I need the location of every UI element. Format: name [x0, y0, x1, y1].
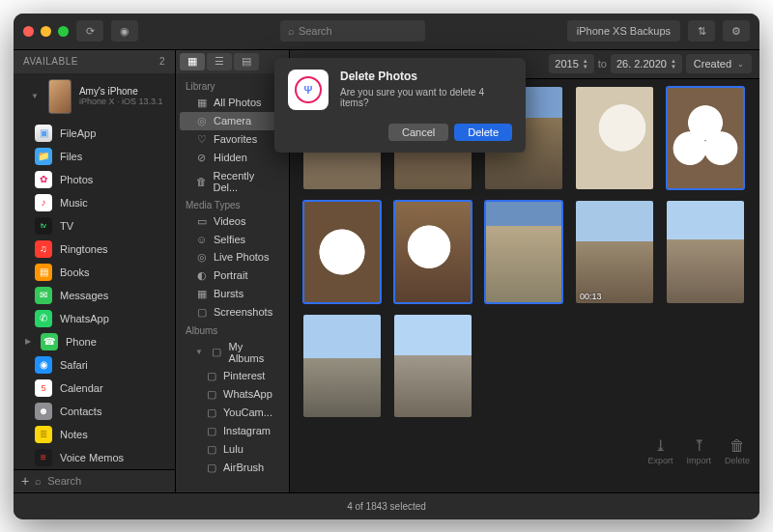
- photo-thumbnail[interactable]: [394, 315, 472, 417]
- library-item-screenshots[interactable]: ▢Screenshots: [180, 303, 285, 322]
- minimize-window-button[interactable]: [41, 26, 51, 37]
- library-item-instagram[interactable]: ▢Instagram: [180, 422, 285, 440]
- item-label: Camera: [214, 115, 251, 126]
- library-item-hidden[interactable]: ⊘Hidden: [180, 149, 285, 167]
- files-icon: 📁: [35, 148, 52, 165]
- library-item-recently-del-[interactable]: 🗑Recently Del...: [180, 167, 285, 196]
- photo-thumbnail[interactable]: [667, 87, 744, 189]
- photo-thumbnail[interactable]: [667, 201, 744, 303]
- photo-thumbnail[interactable]: [576, 87, 653, 189]
- view-list-button[interactable]: ☰: [207, 53, 232, 70]
- import-button[interactable]: ⤒Import: [686, 438, 711, 465]
- library-item-live-photos[interactable]: ◎Live Photos: [180, 248, 285, 266]
- sidebar-item-messages[interactable]: ✉Messages: [14, 284, 175, 307]
- dialog-delete-button[interactable]: Delete: [454, 124, 512, 141]
- window-controls: [23, 26, 69, 37]
- sidebar-item-ringtones[interactable]: ♫Ringtones: [14, 238, 175, 261]
- delete-dialog: Ψ Delete Photos Are you sure you want to…: [274, 58, 526, 153]
- view-detail-button[interactable]: ▤: [234, 53, 259, 70]
- export-label: Export: [647, 456, 673, 465]
- item-icon: 🗑: [195, 176, 207, 187]
- close-window-button[interactable]: [23, 26, 34, 37]
- music-icon: ♪: [35, 194, 52, 211]
- date-to-value: 26. 2.2020: [616, 58, 667, 70]
- preview-button[interactable]: ◉: [111, 20, 138, 42]
- sidebar-item-safari[interactable]: ◉Safari: [14, 353, 175, 377]
- photo-thumbnail[interactable]: [303, 315, 381, 417]
- device-thumbnail: [48, 79, 72, 114]
- item-icon: ♡: [195, 133, 208, 146]
- sidebar-item-label: Phone: [66, 336, 97, 348]
- sidebar-item-tv[interactable]: tvTV: [14, 214, 175, 238]
- sidebar-search-input[interactable]: Search: [47, 475, 167, 487]
- library-item-camera[interactable]: ◎Camera: [180, 112, 285, 130]
- item-icon: ◎: [195, 115, 208, 127]
- library-item-pinterest[interactable]: ▢Pinterest: [180, 367, 285, 385]
- zoom-window-button[interactable]: [58, 26, 69, 37]
- photo-thumbnail[interactable]: 00:13: [576, 201, 653, 303]
- sort-label: Created: [694, 58, 731, 70]
- sort-dropdown[interactable]: Created ⌄: [686, 54, 752, 73]
- sidebar-item-phone[interactable]: ▶☎Phone: [14, 330, 175, 353]
- library-item-favorites[interactable]: ♡Favorites: [180, 130, 285, 149]
- sidebar-item-fileapp[interactable]: ▣FileApp: [14, 122, 175, 145]
- library-item-youcam-[interactable]: ▢YouCam...: [180, 404, 285, 422]
- delete-button[interactable]: 🗑Delete: [725, 438, 750, 465]
- albums-expand-caret[interactable]: ▼: [195, 348, 203, 356]
- device-expand-caret[interactable]: ▼: [31, 92, 39, 100]
- item-icon: ▦: [195, 97, 208, 109]
- stepper-icon[interactable]: ▲▼: [583, 58, 588, 70]
- item-label: Videos: [214, 215, 245, 227]
- sidebar-item-photos[interactable]: ✿Photos: [14, 168, 175, 191]
- item-icon: ◐: [195, 269, 208, 282]
- export-icon: ⤓: [654, 438, 667, 454]
- notes-icon: ≣: [35, 426, 52, 443]
- item-icon: ▢: [205, 388, 217, 401]
- sidebar-item-files[interactable]: 📁Files: [14, 145, 175, 168]
- dialog-cancel-button[interactable]: Cancel: [388, 124, 448, 141]
- view-grid-button[interactable]: ▦: [180, 53, 205, 70]
- item-label: Favorites: [214, 133, 257, 145]
- library-item-all-photos[interactable]: ▦All Photos: [180, 94, 285, 112]
- library-item-selfies[interactable]: ☺Selfies: [180, 231, 285, 248]
- date-to-field[interactable]: 26. 2.2020 ▲▼: [611, 54, 682, 73]
- sidebar-item-notes[interactable]: ≣Notes: [14, 423, 175, 446]
- sidebar-item-music[interactable]: ♪Music: [14, 191, 175, 214]
- settings-button[interactable]: ⚙: [723, 20, 750, 42]
- sidebar-item-contacts[interactable]: ☻Contacts: [14, 400, 175, 423]
- stepper-icon[interactable]: ▲▼: [671, 58, 676, 70]
- photos-icon: ✿: [35, 171, 52, 188]
- photo-thumbnail[interactable]: [394, 201, 472, 303]
- sidebar-item-calendar[interactable]: 5Calendar: [14, 377, 175, 400]
- sidebar-item-label: Voice Memos: [60, 452, 124, 463]
- folder-icon: ▢: [211, 346, 223, 358]
- photo-thumbnail[interactable]: [485, 201, 562, 303]
- sidebar-footer: + ⌕ Search: [14, 469, 175, 492]
- expand-caret[interactable]: ▶: [25, 337, 31, 346]
- sidebar-item-whatsapp[interactable]: ✆WhatsApp: [14, 307, 175, 330]
- sync-button[interactable]: ⇅: [688, 20, 715, 42]
- chevron-down-icon: ⌄: [737, 60, 744, 69]
- photo-thumbnail[interactable]: [303, 201, 381, 303]
- sidebar-item-voice-memos[interactable]: ≡Voice Memos: [14, 446, 175, 469]
- toolbar-search-input[interactable]: ⌕ Search: [280, 20, 425, 42]
- phone-icon: ☎: [41, 333, 58, 350]
- library-item-portrait[interactable]: ◐Portrait: [180, 266, 285, 285]
- refresh-button[interactable]: ⟳: [76, 20, 103, 42]
- library-item-airbrush[interactable]: ▢AirBrush: [180, 459, 285, 477]
- backups-dropdown[interactable]: iPhone XS Backups: [567, 20, 680, 42]
- add-button[interactable]: +: [21, 473, 29, 489]
- library-item-whatsapp[interactable]: ▢WhatsApp: [180, 385, 285, 404]
- my-albums-item[interactable]: ▼ ▢ My Albums: [180, 338, 285, 367]
- library-item-lulu[interactable]: ▢Lulu: [180, 440, 285, 459]
- item-label: Recently Del...: [213, 170, 279, 193]
- device-subtitle: iPhone X · iOS 13.3.1: [79, 97, 163, 106]
- library-item-bursts[interactable]: ▦Bursts: [180, 285, 285, 303]
- device-row[interactable]: ▼ Amy's iPhone iPhone X · iOS 13.3.1: [14, 73, 175, 120]
- export-button[interactable]: ⤓Export: [647, 438, 673, 465]
- date-from-field[interactable]: 2015 ▲▼: [549, 54, 593, 73]
- item-label: WhatsApp: [223, 388, 272, 400]
- voice-memos-icon: ≡: [35, 449, 52, 466]
- sidebar-item-books[interactable]: ▤Books: [14, 261, 175, 284]
- library-item-videos[interactable]: ▭Videos: [180, 212, 285, 231]
